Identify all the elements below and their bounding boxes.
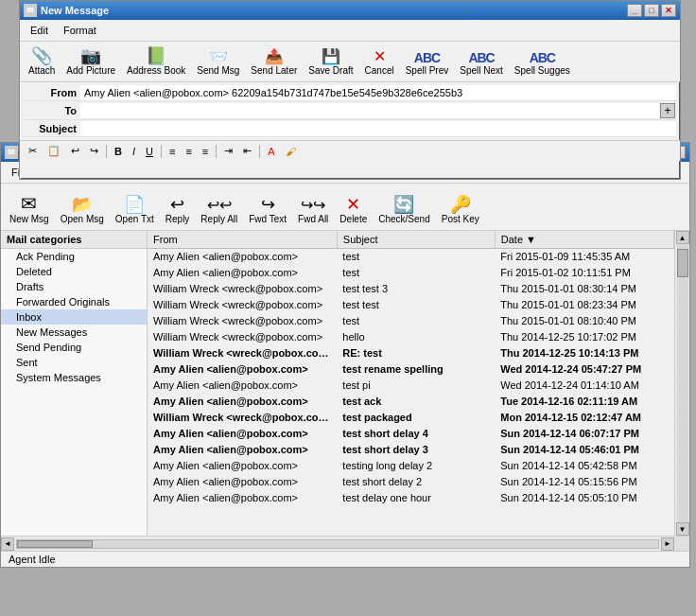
reply-all-button[interactable]: ↩↩ Reply All [196, 195, 242, 227]
h-scroll-track[interactable] [16, 539, 659, 549]
new-msg-icon: ✉ [21, 194, 37, 213]
attach-button[interactable]: 📎 Attach [24, 44, 60, 79]
compose-minimize-button[interactable]: _ [627, 4, 642, 17]
scroll-track[interactable] [677, 244, 688, 522]
table-row[interactable]: Amy Alien <alien@pobox.com>test short de… [148, 474, 674, 490]
table-row[interactable]: William Wreck <wreck@pobox.com>test test… [148, 281, 674, 297]
status-bar: Agent Idle [1, 551, 689, 567]
mail-table-header-row: From Subject Date ▼ [148, 231, 674, 249]
format-copy-button[interactable]: 📋 [43, 143, 65, 159]
mail-table-header: From Subject Date ▼ [148, 231, 674, 249]
subject-input[interactable] [80, 121, 676, 136]
format-undo-button[interactable]: ↩ [66, 143, 84, 159]
table-row[interactable]: Amy Alien <alien@pobox.com>testFri 2015-… [148, 249, 674, 265]
cancel-button[interactable]: ✕ Cancel [360, 46, 399, 79]
scroll-thumb[interactable] [677, 249, 688, 277]
table-row[interactable]: Amy Alien <alien@pobox.com>testFri 2015-… [148, 265, 674, 281]
spell-next-button[interactable]: ABC Spell Next [455, 48, 508, 79]
email-date: Thu 2014-12-25 10:17:02 PM [495, 329, 673, 345]
email-subject: test delay one hour [337, 490, 495, 506]
mail-list[interactable]: From Subject Date ▼ Amy Alien <alien@pob… [148, 231, 674, 536]
table-row[interactable]: William Wreck <wreck@pobox.com>test test… [148, 297, 674, 313]
post-key-button[interactable]: 🔑 Post Key [437, 193, 484, 227]
table-row[interactable]: William Wreck <wreck@pobox.com>helloThu … [148, 329, 674, 345]
email-date: Sun 2014-12-14 05:42:58 PM [495, 458, 673, 474]
reply-all-label: Reply All [200, 214, 237, 224]
scroll-up-arrow[interactable]: ▲ [676, 231, 689, 244]
main-window-icon: ✉ [5, 146, 18, 159]
send-later-button[interactable]: 📤 Send Later [246, 46, 302, 79]
reply-button[interactable]: ↩ Reply [161, 193, 195, 227]
delete-button[interactable]: ✕ Delete [335, 193, 372, 227]
open-txt-button[interactable]: 📄 Open Txt [111, 193, 159, 227]
column-subject[interactable]: Subject [337, 231, 495, 249]
scroll-down-arrow[interactable]: ▼ [676, 522, 689, 536]
table-row[interactable]: Amy Alien <alien@pobox.com>testing long … [148, 458, 674, 474]
format-italic-button[interactable]: I [128, 144, 140, 159]
format-highlight-button[interactable]: 🖌 [281, 144, 301, 159]
email-subject: test [337, 265, 495, 281]
attach-icon: 📎 [31, 47, 52, 64]
column-date[interactable]: Date ▼ [495, 231, 673, 249]
sidebar-item-drafts[interactable]: Drafts [1, 279, 147, 294]
table-row[interactable]: Amy Alien <alien@pobox.com>test short de… [148, 426, 674, 442]
send-msg-button[interactable]: 📨 Send Msg [192, 46, 244, 79]
format-align-right-button[interactable]: ≡ [198, 144, 213, 159]
compose-maximize-button[interactable]: □ [644, 4, 659, 17]
compose-menu-edit[interactable]: Edit [24, 22, 55, 39]
spell-prev-button[interactable]: ABC Spell Prev [401, 48, 454, 79]
email-subject: test [337, 249, 495, 265]
email-subject: test test 3 [337, 281, 495, 297]
check-send-button[interactable]: 🔄 Check/Send [374, 193, 434, 227]
sidebar-item-ack-pending[interactable]: Ack Pending [1, 249, 147, 264]
h-scroll-right-arrow[interactable]: ► [661, 537, 674, 551]
fwd-all-button[interactable]: ↪↪ Fwd All [293, 195, 333, 227]
compose-menu-format[interactable]: Format [57, 22, 103, 39]
table-row[interactable]: Amy Alien <alien@pobox.com>test piWed 20… [148, 378, 674, 394]
sidebar-item-deleted[interactable]: Deleted [1, 264, 147, 279]
email-subject: test short delay 3 [337, 442, 495, 458]
format-sep-4 [259, 145, 260, 158]
sidebar-item-send-pending[interactable]: Send Pending [1, 340, 147, 355]
open-msg-button[interactable]: 📂 Open Msg [56, 193, 109, 227]
format-redo-button[interactable]: ↪ [85, 143, 103, 159]
spell-suggest-button[interactable]: ABC Spell Sugges [510, 48, 575, 79]
format-cut-button[interactable]: ✂ [24, 143, 42, 159]
add-picture-button[interactable]: 📷 Add Picture [61, 44, 120, 79]
save-draft-button[interactable]: 💾 Save Draft [304, 46, 357, 79]
new-msg-button[interactable]: ✉ New Msg [5, 191, 54, 227]
email-from: Amy Alien <alien@pobox.com> [148, 394, 337, 410]
fwd-text-button[interactable]: ↪ Fwd Text [244, 193, 291, 227]
h-scroll-thumb[interactable] [17, 540, 93, 548]
sidebar-item-new-messages[interactable]: New Messages [1, 325, 147, 340]
table-row[interactable]: William Wreck <wreck@pobox.com>testThu 2… [148, 313, 674, 329]
send-later-icon: 📤 [265, 49, 284, 64]
sidebar-item-sent[interactable]: Sent [1, 355, 147, 370]
to-plus-button[interactable]: + [660, 103, 675, 118]
table-row[interactable]: Amy Alien <alien@pobox.com>test ackTue 2… [148, 394, 674, 410]
sidebar-item-system[interactable]: System Messages [1, 370, 147, 385]
compose-title-bar: ✉ New Message _ □ ✕ [20, 1, 680, 20]
format-underline-button[interactable]: U [141, 144, 158, 159]
h-scroll-left-arrow[interactable]: ◄ [1, 537, 14, 551]
compose-close-button[interactable]: ✕ [661, 4, 676, 17]
email-from: Amy Alien <alien@pobox.com> [148, 442, 337, 458]
column-from[interactable]: From [148, 231, 337, 249]
table-row[interactable]: William Wreck <wreck@pobox.com>RE: testT… [148, 345, 674, 361]
to-input[interactable] [80, 103, 659, 118]
email-subject: test short delay 4 [337, 426, 495, 442]
reply-all-icon: ↩↩ [207, 198, 232, 213]
table-row[interactable]: Amy Alien <alien@pobox.com>test rename s… [148, 361, 674, 378]
table-row[interactable]: Amy Alien <alien@pobox.com>test short de… [148, 442, 674, 458]
format-align-center-button[interactable]: ≡ [181, 144, 196, 159]
table-row[interactable]: William Wreck <wreck@pobox.com>test pack… [148, 410, 674, 426]
format-color-button[interactable]: A [263, 144, 279, 159]
format-bold-button[interactable]: B [110, 144, 127, 159]
format-outdent-button[interactable]: ⇤ [238, 143, 256, 159]
sidebar-item-forwarded[interactable]: Forwarded Originals [1, 294, 147, 309]
format-indent-button[interactable]: ⇥ [219, 143, 237, 159]
sidebar-item-inbox[interactable]: Inbox [1, 309, 147, 325]
table-row[interactable]: Amy Alien <alien@pobox.com>test delay on… [148, 490, 674, 506]
format-align-left-button[interactable]: ≡ [165, 144, 180, 159]
address-book-button[interactable]: 📗 Address Book [122, 44, 190, 79]
